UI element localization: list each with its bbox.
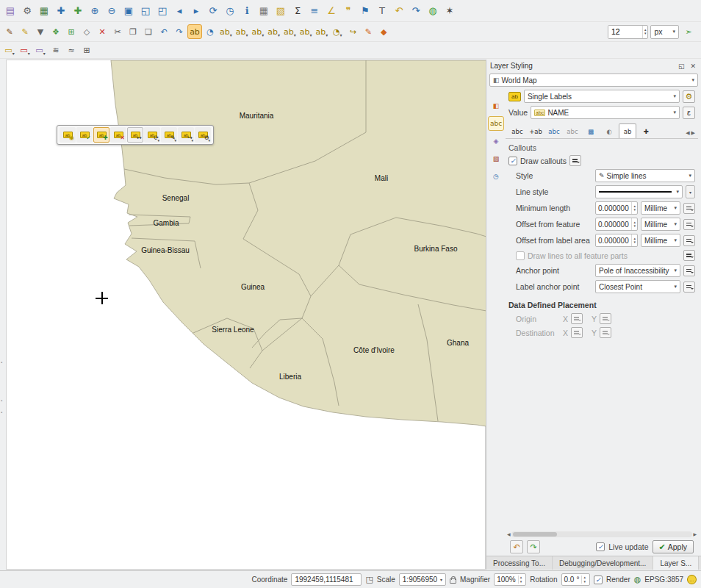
symbology-tab-icon[interactable]: ◧ [488, 98, 504, 113]
tab-formatting[interactable]: +ab [527, 123, 544, 138]
crs-value[interactable]: EPSG:3857 [644, 576, 683, 584]
tab-callouts[interactable]: ab [619, 123, 636, 138]
map-canvas[interactable]: Mauritania Mali Senegal Gambia Guinea-Bi… [6, 60, 486, 570]
show-hide-labels-button[interactable]: ab ✕ [110, 127, 126, 143]
tab-placement[interactable]: ✚ [637, 123, 655, 138]
offset-from-label-area-stepper[interactable]: 0.000000 ▴▾ [595, 234, 638, 247]
new-bookmark-icon[interactable]: ⚑ [357, 3, 373, 19]
save-edits-icon[interactable]: ▼ [33, 24, 48, 39]
offset-from-feature-unit-select[interactable]: Millime ▾ [641, 218, 680, 231]
diagram-tool-icon[interactable]: ◔▾ [330, 24, 345, 39]
move-label-button[interactable]: ab ↔ [127, 127, 143, 143]
annotation-tool-icon[interactable]: ✎ [361, 24, 375, 39]
undo-edit-icon[interactable]: ↶ [157, 24, 171, 39]
data-defined-override-icon[interactable] [683, 265, 695, 276]
close-panel-icon[interactable]: ✕ [689, 62, 697, 70]
zoom-to-layer-icon[interactable]: ◰ [154, 3, 170, 19]
hidden-dock-tab-icon[interactable]: ▪ [1, 360, 2, 365]
font-unit-select[interactable]: px ▾ [650, 25, 679, 39]
refresh-map-icon[interactable]: ⟳ [205, 3, 221, 19]
attribute-table-icon[interactable]: ▦ [256, 3, 272, 19]
rotate-label-tool-icon[interactable]: ab▾ [298, 24, 314, 39]
map-tips-icon[interactable]: ❞ [340, 3, 356, 19]
paste-features-icon[interactable]: ❏ [141, 24, 156, 39]
messages-icon[interactable]: … [687, 575, 697, 584]
delete-selected-icon[interactable]: ✕ [95, 24, 109, 39]
history-tab-icon[interactable]: ◷ [488, 169, 504, 184]
redo-style-button[interactable]: ↷ [527, 540, 540, 553]
current-edits-icon[interactable]: ✎ [2, 24, 17, 39]
select-features-icon[interactable]: ▧ [273, 3, 289, 19]
zoom-last-icon[interactable]: ◂ [171, 3, 187, 19]
scroll-right-icon[interactable]: ▶ [693, 531, 697, 537]
layer-labeling-options-icon[interactable]: ab [187, 24, 202, 39]
zoom-to-selection-icon[interactable]: ◱ [137, 3, 154, 19]
temporal-controller-icon[interactable]: ◷ [222, 3, 238, 19]
minimum-length-stepper[interactable]: 0.000000 ▴▾ [595, 201, 638, 215]
vertex-tool-icon[interactable]: ◇ [79, 24, 94, 39]
hidden-dock-tab-icon[interactable]: ▪ [1, 410, 2, 415]
zoom-next-icon[interactable]: ▸ [188, 3, 204, 19]
tab-shadow[interactable]: ◐ [600, 123, 618, 138]
tab-buffer[interactable]: abc [545, 123, 563, 138]
tab-background[interactable]: ▩ [582, 123, 600, 138]
render-checkbox[interactable]: ✓ [594, 576, 603, 584]
line-style-select[interactable]: ▾ [595, 185, 683, 198]
move-label-tool-icon[interactable]: ab▾ [282, 24, 298, 39]
tab-mask[interactable]: abc [564, 123, 581, 138]
view-3d-tab-icon[interactable]: ▧ [488, 151, 504, 166]
new-geopackage-layer-icon[interactable]: ▭▾ [18, 43, 32, 57]
snapping-toggle-icon[interactable]: ≋ [48, 43, 63, 57]
float-panel-icon[interactable]: ◱ [677, 62, 686, 70]
automated-placement-button[interactable]: ⚙ [683, 90, 695, 103]
decoration-icon[interactable]: ◆ [376, 24, 391, 39]
data-defined-override-icon[interactable] [569, 155, 581, 166]
destination-y-override-icon[interactable] [600, 327, 611, 338]
data-defined-override-icon[interactable] [683, 235, 695, 246]
coordinate-input[interactable] [291, 573, 362, 586]
zoom-out-icon[interactable]: ⊖ [104, 3, 120, 19]
highlight-callouts-icon[interactable]: ↪ [345, 24, 360, 39]
identify-features-icon[interactable]: ℹ [239, 3, 255, 19]
pin-labels-icon[interactable]: ab▾ [218, 24, 234, 39]
unpin-labels-icon[interactable]: ab▾ [234, 24, 250, 39]
new-temporary-layer-icon[interactable]: ▭▾ [33, 43, 48, 57]
tab-scroll-left-icon[interactable]: ◀ [686, 130, 689, 136]
lock-scale-icon[interactable] [450, 578, 456, 584]
tab-text[interactable]: abc [508, 123, 526, 138]
mask-tab-icon[interactable]: ◈ [488, 134, 504, 148]
zoom-in-icon[interactable]: ⊕ [87, 3, 103, 19]
panel-horizontal-scrollbar[interactable]: ◀ ▶ [506, 530, 698, 538]
data-defined-override-icon[interactable] [683, 282, 695, 293]
pan-to-selection-icon[interactable]: ✚ [70, 3, 86, 19]
expression-builder-button[interactable]: ε [683, 107, 695, 119]
data-defined-override-icon[interactable] [683, 219, 695, 230]
origin-y-override-icon[interactable] [600, 313, 611, 324]
rotation-stepper[interactable]: 0.0 ° ▴▾ [561, 573, 590, 586]
tab-processing-toolbox[interactable]: Processing To... [486, 556, 553, 570]
origin-x-override-icon[interactable] [571, 313, 583, 324]
new-feature-icon[interactable]: ❖ [48, 24, 63, 39]
callout-style-select[interactable]: ✎ Simple lines ▾ [595, 169, 695, 182]
print-layout-icon[interactable]: ▦ [36, 3, 52, 19]
zoom-full-icon[interactable]: ▣ [121, 3, 137, 19]
tab-debugging-development[interactable]: Debugging/Development... [553, 556, 653, 570]
labels-tab-icon[interactable]: abc [488, 116, 504, 131]
cut-features-icon[interactable]: ✂ [110, 24, 125, 39]
extent-icon[interactable]: ◳ [365, 575, 373, 584]
font-size-stepper[interactable]: ▴▾ [608, 25, 649, 39]
tab-scroll-right-icon[interactable]: ▶ [691, 130, 695, 136]
layer-diagram-options-icon[interactable]: ◔ [203, 24, 218, 39]
pan-map-icon[interactable]: ✚ [53, 3, 69, 19]
minimum-length-unit-select[interactable]: Millime ▾ [641, 201, 680, 215]
line-style-menu-button[interactable]: ▾ [686, 185, 695, 198]
plugins-icon[interactable]: ✶ [442, 3, 458, 19]
crs-icon[interactable]: ◍ [634, 575, 641, 584]
measure-icon[interactable]: ∠ [323, 3, 339, 19]
hidden-dock-tab-icon[interactable]: ▪ [1, 398, 2, 403]
redo-edit-icon[interactable]: ↷ [172, 24, 187, 39]
anchor-point-select[interactable]: Pole of Inaccessibility ▾ [595, 264, 680, 277]
style-manager-icon[interactable]: ▤ [2, 3, 18, 19]
labeling-mode-select[interactable]: Single Labels ▾ [524, 90, 680, 103]
tracing-toggle-icon[interactable]: ≈ [64, 43, 79, 57]
